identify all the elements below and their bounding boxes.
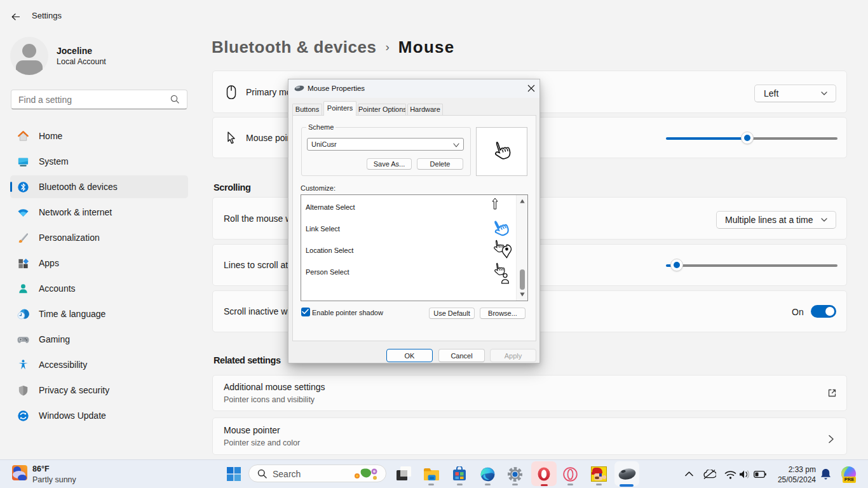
svg-text:+: + (23, 337, 24, 339)
